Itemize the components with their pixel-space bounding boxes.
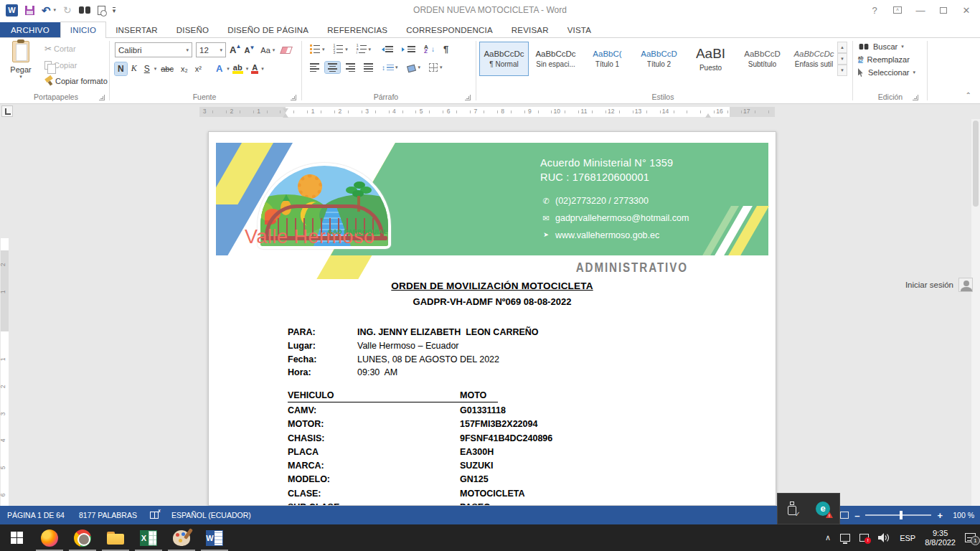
format-painter-button[interactable]: Copiar formato xyxy=(42,75,110,87)
print-preview-button[interactable] xyxy=(98,6,105,15)
underline-button[interactable]: S xyxy=(141,62,153,75)
save-button[interactable] xyxy=(25,6,34,15)
ribbon-tab[interactable]: INSERTAR xyxy=(106,22,167,37)
copy-button[interactable]: Copiar xyxy=(42,60,110,71)
input-language[interactable]: ESP xyxy=(900,534,915,542)
style-item[interactable]: AaBbC( Título 1 xyxy=(583,42,632,76)
security-alert-icon[interactable]: ! xyxy=(859,534,869,542)
highlight-button[interactable]: ab xyxy=(231,62,245,75)
word-app-icon[interactable]: W xyxy=(6,4,18,17)
clock[interactable]: 9:35 8/8/2022 xyxy=(925,529,956,547)
ribbon-display-options-button[interactable]: ˄ xyxy=(887,2,908,18)
sort-button[interactable]: AZ↓ xyxy=(421,44,438,55)
font-dialog-launcher[interactable] xyxy=(291,95,296,100)
styles-scroll-down[interactable]: ▼ xyxy=(837,53,847,65)
align-left-button[interactable] xyxy=(307,62,322,73)
paste-button[interactable]: Pegar ▾ xyxy=(6,41,36,93)
ribbon-tab[interactable]: INICIO xyxy=(60,22,106,38)
borders-button[interactable]: ▾ xyxy=(426,62,446,73)
paste-dropdown-icon[interactable]: ▾ xyxy=(6,74,36,80)
restore-button[interactable] xyxy=(933,2,954,18)
text-effects-button[interactable]: A xyxy=(213,62,225,75)
superscript-button[interactable]: x² xyxy=(192,63,204,75)
taskbar-explorer[interactable] xyxy=(99,524,132,551)
clipboard-dialog-launcher[interactable] xyxy=(99,95,105,100)
antivirus-icon[interactable]: e! xyxy=(816,501,830,516)
grow-font-button[interactable]: A▲ xyxy=(230,44,240,55)
text-effects-dropdown-icon[interactable]: ▾ xyxy=(227,66,230,72)
taskbar-paint[interactable] xyxy=(165,524,198,551)
action-center-icon[interactable]: 1 xyxy=(965,533,976,542)
style-item[interactable]: AaBI Puesto xyxy=(686,42,735,76)
align-center-button[interactable] xyxy=(325,62,340,73)
redo-button[interactable]: ↻ xyxy=(63,5,72,15)
undo-button[interactable]: ↶ xyxy=(42,5,51,16)
tab-selector[interactable] xyxy=(1,105,13,117)
ribbon-tab[interactable]: REVISAR xyxy=(502,22,558,37)
font-family-select[interactable]: Calibri▾ xyxy=(115,42,192,57)
scrollbar-thumb[interactable] xyxy=(973,121,979,207)
italic-button[interactable]: K xyxy=(128,62,140,75)
tray-expand-chevron[interactable]: ∧ xyxy=(825,533,831,542)
styles-scroll-up[interactable]: ▲ xyxy=(837,42,847,53)
subscript-button[interactable]: x₂ xyxy=(178,63,191,75)
font-size-select[interactable]: 12▾ xyxy=(196,42,226,57)
usb-device-icon[interactable]: ✓ xyxy=(787,501,797,516)
highlight-dropdown-icon[interactable]: ▾ xyxy=(246,66,249,72)
start-button[interactable] xyxy=(0,524,33,551)
style-item[interactable]: AaBbCcDc Sin espaci... xyxy=(531,42,580,76)
zoom-slider-thumb[interactable] xyxy=(900,511,903,519)
increase-indent-button[interactable] xyxy=(399,44,418,54)
read-mode-button[interactable] xyxy=(840,512,849,519)
font-color-dropdown-icon[interactable]: ▾ xyxy=(261,66,264,72)
style-item[interactable]: AaBbCcD Título 2 xyxy=(634,42,684,76)
multilevel-list-button[interactable]: ▾ xyxy=(354,43,374,55)
taskbar-firefox[interactable] xyxy=(33,524,66,551)
ribbon-tab[interactable]: REFERENCIAS xyxy=(318,22,397,37)
style-item[interactable]: AaBbCcD Subtítulo xyxy=(738,42,787,76)
help-button[interactable]: ? xyxy=(864,2,885,18)
ribbon-tab[interactable]: CORRESPONDENCIA xyxy=(397,22,502,37)
zoom-out-button[interactable]: – xyxy=(854,510,859,521)
document-page[interactable]: Valle Hermoso GAD PARROQUIAL Acuerdo Min… xyxy=(208,131,776,506)
taskbar-word[interactable]: W xyxy=(198,524,231,551)
show-paragraph-marks-button[interactable]: ¶ xyxy=(440,42,451,56)
bold-button[interactable]: N xyxy=(115,62,127,75)
ribbon-tab[interactable]: DISEÑO DE PÁGINA xyxy=(218,22,318,37)
shading-button[interactable]: ▾ xyxy=(404,62,424,73)
undo-dropdown-icon[interactable]: ▾ xyxy=(54,7,57,13)
bullets-button[interactable]: ▾ xyxy=(307,43,328,55)
ribbon-tab[interactable]: VISTA xyxy=(558,22,600,37)
ribbon-tab[interactable]: DISEÑO xyxy=(167,22,218,37)
first-line-indent-marker[interactable] xyxy=(283,108,288,113)
word-count[interactable]: 8177 PALABRAS xyxy=(72,511,144,519)
close-button[interactable]: ✕ xyxy=(956,2,977,18)
ribbon-tab[interactable]: ARCHIVO xyxy=(0,22,60,37)
taskbar-chrome[interactable] xyxy=(66,524,99,551)
underline-dropdown-icon[interactable]: ▾ xyxy=(154,66,157,72)
language-indicator[interactable]: ESPAÑOL (ECUADOR) xyxy=(164,511,258,519)
styles-gallery-expand[interactable]: ▼ xyxy=(837,65,847,76)
customize-qat-button[interactable]: ▾ xyxy=(113,7,116,13)
volume-icon[interactable] xyxy=(878,533,890,542)
change-case-button[interactable]: Aa▾ xyxy=(258,44,278,56)
find-button[interactable] xyxy=(79,6,90,14)
proofing-errors-icon[interactable] xyxy=(150,512,159,519)
clear-formatting-button[interactable] xyxy=(281,47,293,54)
justify-button[interactable] xyxy=(361,62,376,73)
vertical-ruler[interactable]: 21 12345678910 xyxy=(1,238,9,551)
decrease-indent-button[interactable] xyxy=(377,44,396,54)
right-indent-marker[interactable] xyxy=(705,113,711,118)
taskbar-excel[interactable]: X xyxy=(132,524,165,551)
style-item[interactable]: AaBbCcDc Énfasis sutil xyxy=(789,42,839,76)
network-icon[interactable] xyxy=(840,534,850,542)
style-item[interactable]: AaBbCcDc ¶ Normal xyxy=(479,42,529,76)
line-spacing-button[interactable]: ↕▾ xyxy=(379,62,401,73)
align-right-button[interactable] xyxy=(343,62,358,73)
paragraph-dialog-launcher[interactable] xyxy=(465,95,471,100)
horizontal-ruler[interactable]: 321 1234567891011121314 1617 xyxy=(199,107,775,117)
shrink-font-button[interactable]: A▼ xyxy=(244,46,254,55)
page-indicator[interactable]: PÁGINA 1 DE 64 xyxy=(0,511,72,519)
font-color-button[interactable]: A xyxy=(250,62,260,75)
cut-button[interactable]: ✂Cortar xyxy=(42,42,110,55)
